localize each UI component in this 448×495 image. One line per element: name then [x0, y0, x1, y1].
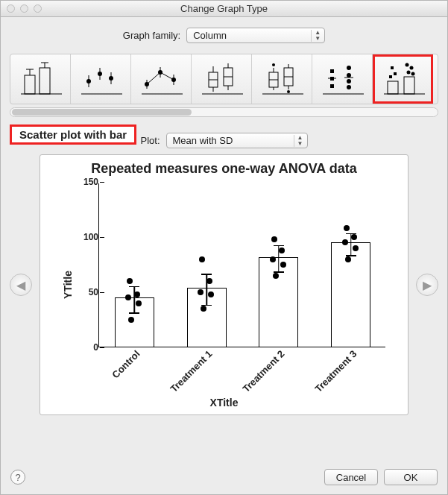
svg-rect-2	[40, 68, 50, 94]
window-title: Change Graph Type	[1, 3, 447, 14]
column-bars-icon	[17, 60, 63, 98]
zoom-icon[interactable]	[34, 4, 42, 13]
x-tick: Treatment 1	[159, 348, 214, 403]
chart-title: Repeated measures one-way ANOVA data	[40, 161, 408, 177]
selected-type-label: Scatter plot with bar	[10, 124, 136, 145]
box-whisker-icon	[198, 60, 244, 98]
y-tick: 50	[78, 287, 98, 297]
preview-panel: Repeated measures one-way ANOVA data YTi…	[40, 154, 408, 415]
svg-point-45	[347, 66, 351, 70]
minimize-icon[interactable]	[20, 4, 28, 13]
svg-rect-44	[330, 84, 334, 88]
error-cap	[129, 286, 139, 288]
plot-select-value: Mean with SD	[173, 135, 233, 146]
error-cap	[274, 245, 284, 247]
svg-point-36	[287, 90, 290, 93]
plot-label: Plot:	[140, 135, 160, 146]
y-tick: 100	[78, 232, 98, 242]
data-point	[199, 256, 205, 262]
scatter-points-icon	[78, 60, 124, 98]
error-cap	[201, 274, 212, 275]
graph-family-label: Graph family:	[123, 30, 180, 41]
svg-rect-53	[404, 77, 414, 94]
x-tick: Treatment 2	[231, 348, 286, 403]
gallery-item-4[interactable]	[252, 54, 312, 104]
svg-point-57	[405, 63, 408, 67]
svg-rect-1	[25, 75, 35, 94]
error-bar	[134, 286, 136, 313]
gallery-scrollbar[interactable]	[10, 107, 438, 117]
svg-rect-56	[389, 75, 392, 78]
scatter-lines-icon	[138, 60, 184, 98]
data-point	[134, 291, 140, 297]
svg-rect-54	[391, 66, 394, 69]
x-tick: Control	[87, 348, 142, 403]
titlebar: Change Graph Type	[1, 1, 447, 17]
data-point	[128, 317, 134, 323]
y-tick: 150	[78, 177, 98, 187]
graph-family-select[interactable]: Column ▲▼	[186, 28, 325, 43]
svg-point-48	[347, 85, 351, 89]
data-point	[208, 291, 214, 297]
preview-area: ◀ Repeated measures one-way ANOVA data Y…	[10, 154, 438, 415]
data-point	[136, 300, 142, 306]
selected-type-callout: Scatter plot with bar	[10, 124, 136, 145]
graph-family-value: Column	[193, 30, 227, 41]
data-point	[271, 236, 277, 242]
data-point	[198, 289, 204, 295]
data-point	[206, 278, 212, 284]
svg-point-59	[406, 71, 410, 75]
svg-point-46	[347, 73, 351, 78]
x-tick: Treatment 3	[303, 348, 359, 403]
gallery-item-1[interactable]	[71, 54, 131, 104]
data-point	[344, 225, 350, 231]
aligned-dots-icon	[319, 60, 365, 98]
svg-rect-55	[394, 72, 397, 75]
data-point	[345, 256, 351, 262]
cancel-button[interactable]: Cancel	[324, 469, 378, 485]
window-controls	[7, 4, 42, 13]
data-point	[127, 278, 133, 284]
chevron-right-icon: ▶	[423, 278, 432, 292]
chart-type-gallery	[10, 54, 438, 117]
svg-point-60	[411, 72, 414, 76]
gallery-item-5[interactable]	[312, 54, 373, 104]
help-icon: ?	[15, 472, 20, 483]
help-button[interactable]: ?	[10, 470, 25, 485]
scrollbar-thumb[interactable]	[12, 109, 192, 116]
data-point	[342, 239, 348, 245]
svg-point-47	[347, 79, 351, 83]
data-point	[201, 306, 206, 312]
gallery-item-3[interactable]	[192, 54, 252, 104]
plot-area	[98, 183, 385, 347]
data-point	[351, 234, 357, 240]
plot-select[interactable]: Mean with SD ▲▼	[166, 133, 308, 148]
box-whisker-points-icon	[259, 60, 305, 98]
scatter-with-bar-icon	[380, 60, 426, 98]
close-icon[interactable]	[7, 4, 15, 13]
preview-prev-button[interactable]: ◀	[10, 274, 32, 296]
graph-family-row: Graph family: Column ▲▼	[1, 28, 447, 43]
select-arrows-icon: ▲▼	[294, 135, 304, 147]
error-cap	[129, 312, 139, 314]
data-point	[279, 248, 285, 253]
data-point	[280, 262, 286, 268]
svg-point-58	[409, 66, 413, 70]
select-arrows-icon: ▲▼	[311, 30, 321, 42]
data-point	[353, 245, 359, 251]
gallery-item-0[interactable]	[10, 54, 71, 104]
data-point	[125, 294, 131, 300]
gallery-item-2[interactable]	[131, 54, 192, 104]
chevron-left-icon: ◀	[16, 278, 25, 292]
ok-button[interactable]: OK	[384, 469, 438, 485]
y-axis-title: YTitle	[62, 271, 74, 299]
data-point	[270, 256, 276, 262]
data-point	[273, 273, 279, 279]
svg-point-35	[272, 63, 275, 66]
gallery-item-6[interactable]	[373, 54, 433, 104]
svg-rect-52	[388, 81, 398, 94]
preview-next-button[interactable]: ▶	[416, 274, 438, 296]
dialog-footer: ? Cancel OK	[0, 459, 448, 495]
svg-rect-42	[330, 69, 334, 73]
y-tick: 0	[78, 342, 98, 353]
